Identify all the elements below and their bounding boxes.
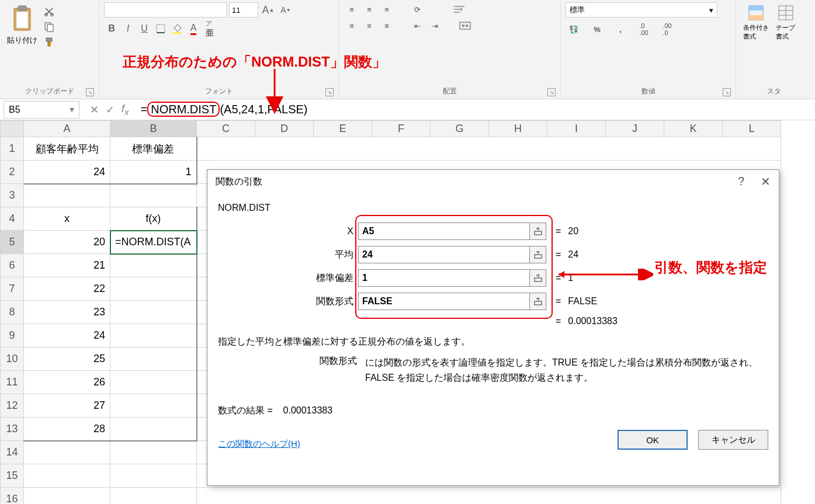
- cell[interactable]: [110, 488, 197, 505]
- fill-color-button[interactable]: [169, 21, 185, 36]
- align-center-button[interactable]: ≡: [361, 19, 377, 33]
- name-box[interactable]: B5 ▾: [4, 101, 79, 119]
- close-button[interactable]: ✕: [761, 175, 771, 189]
- cell[interactable]: [110, 418, 197, 441]
- row-header[interactable]: 16: [1, 488, 24, 505]
- collapse-dialog-button[interactable]: [530, 223, 546, 240]
- font-dialog-launcher[interactable]: ↘: [325, 88, 334, 96]
- cell[interactable]: 23: [24, 301, 110, 324]
- col-header-H[interactable]: H: [489, 121, 547, 137]
- row-header[interactable]: 12: [1, 394, 24, 418]
- font-family-select[interactable]: [104, 2, 227, 18]
- cell-active[interactable]: =NORM.DIST(A: [110, 231, 197, 254]
- row-header[interactable]: 15: [1, 464, 24, 488]
- align-bottom-button[interactable]: ≡: [379, 2, 395, 16]
- row-header[interactable]: 1: [1, 137, 24, 161]
- cell[interactable]: [110, 254, 197, 277]
- accounting-format-button[interactable]: 💱: [566, 22, 582, 36]
- border-button[interactable]: [153, 21, 168, 36]
- row-header[interactable]: 2: [1, 161, 24, 184]
- ok-button[interactable]: OK: [618, 430, 688, 450]
- percent-format-button[interactable]: %: [589, 22, 605, 36]
- col-header-C[interactable]: C: [197, 121, 255, 137]
- row-header[interactable]: 13: [1, 418, 24, 441]
- cell[interactable]: 24: [24, 161, 110, 184]
- cell[interactable]: 22: [24, 277, 110, 301]
- col-header-A[interactable]: A: [24, 121, 110, 137]
- row-header[interactable]: 4: [1, 207, 24, 231]
- table-format-button[interactable]: テーブ 書式: [774, 2, 797, 43]
- wrap-text-button[interactable]: [451, 2, 467, 16]
- row-header[interactable]: 9: [1, 324, 24, 347]
- cell[interactable]: 28: [24, 418, 110, 441]
- row-header[interactable]: 11: [1, 371, 24, 394]
- cell[interactable]: [24, 488, 110, 505]
- col-header-D[interactable]: D: [255, 121, 314, 137]
- cell[interactable]: 20: [24, 231, 110, 254]
- orientation-button[interactable]: ⟳: [409, 2, 425, 16]
- row-header[interactable]: 8: [1, 301, 24, 324]
- align-left-button[interactable]: ≡: [344, 19, 360, 33]
- format-painter-button[interactable]: [42, 35, 56, 49]
- cell[interactable]: [110, 441, 197, 464]
- align-right-button[interactable]: ≡: [379, 19, 395, 33]
- arg-input-stdev[interactable]: [358, 269, 530, 287]
- font-color-button[interactable]: A: [186, 21, 201, 36]
- cell[interactable]: [110, 301, 197, 324]
- collapse-dialog-button[interactable]: [530, 246, 546, 263]
- cell[interactable]: [110, 464, 197, 488]
- row-header[interactable]: 14: [1, 441, 24, 464]
- increase-decimal-button[interactable]: .0.00: [636, 22, 652, 36]
- bold-button[interactable]: B: [104, 21, 119, 36]
- clipboard-dialog-launcher[interactable]: ↘: [86, 88, 94, 96]
- col-header-F[interactable]: F: [372, 121, 431, 137]
- arg-input-mean[interactable]: [358, 246, 530, 263]
- cell[interactable]: [110, 184, 197, 207]
- row-header[interactable]: 7: [1, 277, 24, 301]
- cell[interactable]: [110, 347, 197, 371]
- cancel-formula-button[interactable]: ✕: [90, 103, 99, 116]
- conditional-format-button[interactable]: 条件付き 書式: [741, 2, 771, 43]
- function-help-link[interactable]: この関数のヘルプ(H): [218, 439, 300, 450]
- cell[interactable]: x: [24, 207, 110, 231]
- col-header-E[interactable]: E: [314, 121, 372, 137]
- insert-function-button[interactable]: fx: [122, 103, 129, 117]
- cell[interactable]: 1: [110, 161, 197, 184]
- arg-input-x[interactable]: [358, 223, 530, 240]
- cell[interactable]: 26: [24, 371, 110, 394]
- select-all-corner[interactable]: [1, 121, 24, 137]
- cell[interactable]: [110, 371, 197, 394]
- cancel-button[interactable]: キャンセル: [698, 430, 768, 450]
- cell[interactable]: 27: [24, 394, 110, 418]
- number-format-select[interactable]: 標準 ▾: [566, 2, 717, 18]
- col-header-I[interactable]: I: [547, 121, 606, 137]
- decrease-decimal-button[interactable]: .00.0: [659, 22, 675, 36]
- cell[interactable]: [24, 441, 110, 464]
- cell[interactable]: [110, 277, 197, 301]
- cell[interactable]: 21: [24, 254, 110, 277]
- cell[interactable]: 25: [24, 347, 110, 371]
- arg-input-cumulative[interactable]: [358, 293, 530, 310]
- cut-button[interactable]: [42, 5, 56, 19]
- align-middle-button[interactable]: ≡: [361, 2, 377, 16]
- increase-font-button[interactable]: A▲: [261, 2, 276, 18]
- alignment-dialog-launcher[interactable]: ↘: [547, 88, 556, 96]
- increase-indent-button[interactable]: ⇥: [426, 19, 443, 33]
- row-header[interactable]: 3: [1, 184, 24, 207]
- row-header[interactable]: 10: [1, 347, 24, 371]
- phonetic-button[interactable]: ア亜: [202, 21, 217, 36]
- collapse-dialog-button[interactable]: [530, 293, 546, 310]
- decrease-font-button[interactable]: A▼: [278, 2, 293, 18]
- col-header-B[interactable]: B: [110, 121, 197, 137]
- col-header-G[interactable]: G: [431, 121, 489, 137]
- cell[interactable]: [24, 464, 110, 488]
- cell[interactable]: 24: [24, 324, 110, 347]
- number-dialog-launcher[interactable]: ↘: [723, 88, 731, 96]
- italic-button[interactable]: I: [120, 21, 136, 36]
- cell[interactable]: 顧客年齢平均: [24, 137, 110, 161]
- merge-button[interactable]: [457, 19, 473, 33]
- copy-button[interactable]: [42, 20, 56, 34]
- font-size-select[interactable]: 11: [229, 2, 258, 18]
- help-button[interactable]: ?: [738, 175, 744, 189]
- align-top-button[interactable]: ≡: [344, 2, 360, 16]
